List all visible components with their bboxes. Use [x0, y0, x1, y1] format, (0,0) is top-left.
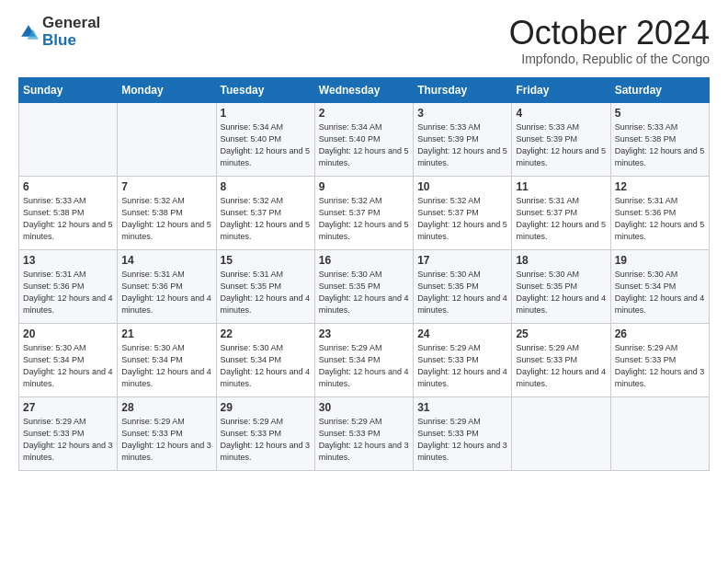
day-info: Sunrise: 5:31 AM Sunset: 5:36 PM Dayligh… — [121, 269, 211, 316]
day-info: Sunrise: 5:30 AM Sunset: 5:34 PM Dayligh… — [615, 269, 705, 316]
calendar-cell: 20Sunrise: 5:30 AM Sunset: 5:34 PM Dayli… — [19, 323, 118, 396]
logo-general-text: General — [42, 15, 100, 32]
day-number: 16 — [319, 254, 409, 267]
day-number: 13 — [23, 254, 113, 267]
day-number: 10 — [417, 180, 507, 193]
header-friday: Friday — [512, 77, 610, 102]
day-number: 11 — [516, 180, 606, 193]
day-number: 29 — [221, 401, 311, 414]
calendar-cell: 18Sunrise: 5:30 AM Sunset: 5:35 PM Dayli… — [512, 249, 610, 323]
day-number: 12 — [615, 180, 705, 193]
calendar-cell: 14Sunrise: 5:31 AM Sunset: 5:36 PM Dayli… — [118, 249, 216, 323]
calendar-cell: 1Sunrise: 5:34 AM Sunset: 5:40 PM Daylig… — [216, 102, 314, 176]
calendar-cell — [512, 396, 610, 470]
calendar-week-row: 20Sunrise: 5:30 AM Sunset: 5:34 PM Dayli… — [19, 323, 710, 396]
day-number: 22 — [221, 327, 311, 340]
day-number: 5 — [615, 107, 705, 120]
day-number: 14 — [121, 254, 211, 267]
day-info: Sunrise: 5:30 AM Sunset: 5:35 PM Dayligh… — [319, 269, 409, 316]
day-info: Sunrise: 5:31 AM Sunset: 5:37 PM Dayligh… — [516, 195, 606, 243]
day-info: Sunrise: 5:29 AM Sunset: 5:33 PM Dayligh… — [615, 342, 705, 390]
day-info: Sunrise: 5:30 AM Sunset: 5:35 PM Dayligh… — [516, 269, 606, 316]
day-info: Sunrise: 5:30 AM Sunset: 5:34 PM Dayligh… — [23, 342, 113, 390]
header-saturday: Saturday — [610, 77, 709, 102]
calendar-cell: 19Sunrise: 5:30 AM Sunset: 5:34 PM Dayli… — [610, 249, 709, 323]
day-number: 23 — [319, 327, 409, 340]
day-number: 8 — [221, 180, 311, 193]
page-header: General Blue October 2024 Impfondo, Repu… — [18, 15, 710, 66]
day-info: Sunrise: 5:29 AM Sunset: 5:33 PM Dayligh… — [23, 416, 113, 464]
day-info: Sunrise: 5:34 AM Sunset: 5:40 PM Dayligh… — [319, 121, 409, 169]
calendar-cell: 4Sunrise: 5:33 AM Sunset: 5:39 PM Daylig… — [512, 102, 610, 176]
day-info: Sunrise: 5:32 AM Sunset: 5:38 PM Dayligh… — [121, 195, 211, 243]
day-info: Sunrise: 5:29 AM Sunset: 5:33 PM Dayligh… — [516, 342, 606, 390]
day-info: Sunrise: 5:33 AM Sunset: 5:38 PM Dayligh… — [23, 195, 113, 243]
calendar-cell: 8Sunrise: 5:32 AM Sunset: 5:37 PM Daylig… — [216, 176, 314, 249]
calendar-cell: 31Sunrise: 5:29 AM Sunset: 5:33 PM Dayli… — [414, 396, 512, 470]
day-number: 25 — [516, 327, 606, 340]
day-number: 26 — [615, 327, 705, 340]
day-info: Sunrise: 5:33 AM Sunset: 5:39 PM Dayligh… — [516, 121, 606, 169]
calendar-cell — [19, 102, 118, 176]
title-block: October 2024 Impfondo, Republic of the C… — [509, 15, 710, 66]
calendar-cell: 2Sunrise: 5:34 AM Sunset: 5:40 PM Daylig… — [314, 102, 413, 176]
calendar-cell: 15Sunrise: 5:31 AM Sunset: 5:35 PM Dayli… — [216, 249, 314, 323]
calendar-week-row: 27Sunrise: 5:29 AM Sunset: 5:33 PM Dayli… — [19, 396, 710, 470]
day-number: 19 — [615, 254, 705, 267]
header-wednesday: Wednesday — [314, 77, 413, 102]
day-info: Sunrise: 5:29 AM Sunset: 5:33 PM Dayligh… — [221, 416, 311, 464]
day-info: Sunrise: 5:29 AM Sunset: 5:34 PM Dayligh… — [319, 342, 409, 390]
day-info: Sunrise: 5:31 AM Sunset: 5:36 PM Dayligh… — [615, 195, 705, 243]
day-number: 20 — [23, 327, 113, 340]
calendar-cell: 26Sunrise: 5:29 AM Sunset: 5:33 PM Dayli… — [610, 323, 709, 396]
day-number: 4 — [516, 107, 606, 120]
calendar-cell: 16Sunrise: 5:30 AM Sunset: 5:35 PM Dayli… — [314, 249, 413, 323]
day-info: Sunrise: 5:29 AM Sunset: 5:33 PM Dayligh… — [417, 342, 507, 390]
day-info: Sunrise: 5:29 AM Sunset: 5:33 PM Dayligh… — [319, 416, 409, 464]
calendar-cell: 3Sunrise: 5:33 AM Sunset: 5:39 PM Daylig… — [414, 102, 512, 176]
day-number: 21 — [121, 327, 211, 340]
logo: General Blue — [18, 15, 100, 49]
calendar-cell: 9Sunrise: 5:32 AM Sunset: 5:37 PM Daylig… — [314, 176, 413, 249]
month-title: October 2024 — [509, 15, 710, 52]
calendar-cell: 5Sunrise: 5:33 AM Sunset: 5:38 PM Daylig… — [610, 102, 709, 176]
calendar-table: SundayMondayTuesdayWednesdayThursdayFrid… — [18, 77, 710, 471]
day-info: Sunrise: 5:32 AM Sunset: 5:37 PM Dayligh… — [319, 195, 409, 243]
calendar-cell: 12Sunrise: 5:31 AM Sunset: 5:36 PM Dayli… — [610, 176, 709, 249]
day-number: 18 — [516, 254, 606, 267]
header-tuesday: Tuesday — [216, 77, 314, 102]
logo-blue-text: Blue — [42, 32, 100, 50]
day-number: 24 — [417, 327, 507, 340]
day-number: 9 — [319, 180, 409, 193]
day-info: Sunrise: 5:32 AM Sunset: 5:37 PM Dayligh… — [417, 195, 507, 243]
calendar-cell: 24Sunrise: 5:29 AM Sunset: 5:33 PM Dayli… — [414, 323, 512, 396]
header-sunday: Sunday — [19, 77, 118, 102]
calendar-cell: 21Sunrise: 5:30 AM Sunset: 5:34 PM Dayli… — [118, 323, 216, 396]
day-number: 3 — [417, 107, 507, 120]
calendar-cell: 29Sunrise: 5:29 AM Sunset: 5:33 PM Dayli… — [216, 396, 314, 470]
calendar-header-row: SundayMondayTuesdayWednesdayThursdayFrid… — [19, 77, 710, 102]
calendar-week-row: 6Sunrise: 5:33 AM Sunset: 5:38 PM Daylig… — [19, 176, 710, 249]
day-info: Sunrise: 5:31 AM Sunset: 5:35 PM Dayligh… — [221, 269, 311, 316]
calendar-cell: 6Sunrise: 5:33 AM Sunset: 5:38 PM Daylig… — [19, 176, 118, 249]
logo-icon — [18, 22, 39, 42]
day-info: Sunrise: 5:34 AM Sunset: 5:40 PM Dayligh… — [221, 121, 311, 169]
location: Impfondo, Republic of the Congo — [509, 52, 710, 66]
calendar-cell: 17Sunrise: 5:30 AM Sunset: 5:35 PM Dayli… — [414, 249, 512, 323]
day-info: Sunrise: 5:29 AM Sunset: 5:33 PM Dayligh… — [417, 416, 507, 464]
day-info: Sunrise: 5:30 AM Sunset: 5:34 PM Dayligh… — [121, 342, 211, 390]
calendar-week-row: 13Sunrise: 5:31 AM Sunset: 5:36 PM Dayli… — [19, 249, 710, 323]
calendar-cell — [118, 102, 216, 176]
day-number: 15 — [221, 254, 311, 267]
day-number: 31 — [417, 401, 507, 414]
calendar-cell: 13Sunrise: 5:31 AM Sunset: 5:36 PM Dayli… — [19, 249, 118, 323]
day-number: 6 — [23, 180, 113, 193]
calendar-cell: 30Sunrise: 5:29 AM Sunset: 5:33 PM Dayli… — [314, 396, 413, 470]
calendar-cell: 27Sunrise: 5:29 AM Sunset: 5:33 PM Dayli… — [19, 396, 118, 470]
calendar-cell: 10Sunrise: 5:32 AM Sunset: 5:37 PM Dayli… — [414, 176, 512, 249]
day-info: Sunrise: 5:30 AM Sunset: 5:35 PM Dayligh… — [417, 269, 507, 316]
day-info: Sunrise: 5:33 AM Sunset: 5:38 PM Dayligh… — [615, 121, 705, 169]
calendar-week-row: 1Sunrise: 5:34 AM Sunset: 5:40 PM Daylig… — [19, 102, 710, 176]
calendar-cell: 25Sunrise: 5:29 AM Sunset: 5:33 PM Dayli… — [512, 323, 610, 396]
day-number: 7 — [121, 180, 211, 193]
